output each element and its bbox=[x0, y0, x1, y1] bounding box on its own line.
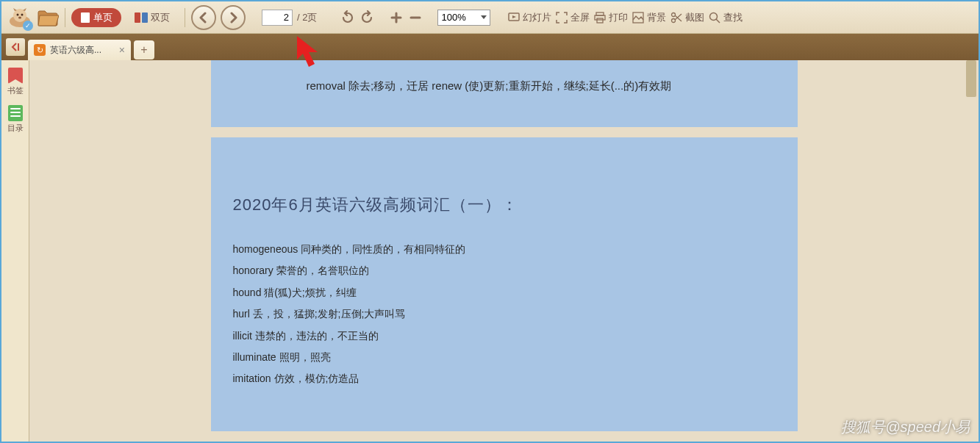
doc-icon: ↻ bbox=[34, 44, 46, 56]
svg-point-14 bbox=[672, 18, 676, 22]
vocab-item: imitation 仿效，模仿;仿造品 bbox=[233, 368, 776, 389]
svg-point-3 bbox=[21, 13, 24, 15]
vocab-item: homogeneous 同种类的，同性质的，有相同特征的 bbox=[233, 239, 776, 260]
single-page-button[interactable]: 单页 bbox=[71, 8, 121, 27]
fullscreen-button[interactable]: 全屏 bbox=[556, 11, 590, 24]
svg-point-2 bbox=[17, 13, 19, 15]
slideshow-button[interactable]: 幻灯片 bbox=[508, 11, 551, 24]
page-2: 2020年6月英语六级高频词汇（一）： homogeneous 同种类的，同性质… bbox=[211, 137, 798, 431]
open-folder-button[interactable] bbox=[37, 8, 59, 27]
sidebar-bookmark[interactable]: 书签 bbox=[5, 68, 26, 96]
vertical-scrollbar[interactable] bbox=[965, 60, 977, 440]
search-button[interactable]: 查找 bbox=[709, 11, 743, 24]
page-total-label: / 2页 bbox=[297, 11, 317, 24]
svg-point-13 bbox=[672, 12, 676, 16]
double-page-button[interactable]: 双页 bbox=[126, 8, 179, 27]
zoom-select[interactable]: 100% bbox=[437, 10, 490, 26]
main-area: 书签 目录 removal 除去;移动，迁居 renew (使)更新;重新开始，… bbox=[1, 60, 979, 442]
page-icon bbox=[80, 12, 90, 24]
svg-rect-5 bbox=[81, 12, 90, 23]
svg-rect-6 bbox=[135, 12, 140, 23]
tab-title: 英语六级高... bbox=[50, 44, 115, 57]
print-icon bbox=[594, 12, 606, 24]
divider bbox=[65, 8, 65, 27]
svg-point-4 bbox=[18, 16, 21, 18]
vocab-item: hurl 丢，投，猛掷;发射;压倒;大声叫骂 bbox=[233, 303, 776, 325]
verified-icon: ✓ bbox=[23, 21, 33, 31]
rotate-left-button[interactable] bbox=[340, 10, 355, 25]
tab-bar: ↻ 英语六级高... × + bbox=[1, 34, 979, 60]
toc-icon bbox=[8, 105, 23, 121]
app-logo: ✓ bbox=[7, 5, 32, 30]
page-number-input[interactable] bbox=[262, 10, 293, 26]
sidebar-toc[interactable]: 目录 bbox=[5, 105, 26, 134]
zoom-out-button[interactable] bbox=[408, 10, 423, 25]
zoom-in-button[interactable] bbox=[389, 10, 404, 25]
collapse-icon bbox=[10, 42, 21, 52]
vocab-list: homogeneous 同种类的，同性质的，有相同特征的 honorary 荣誉… bbox=[233, 239, 776, 390]
vocab-item: honorary 荣誉的，名誉职位的 bbox=[233, 260, 776, 281]
slideshow-icon bbox=[508, 12, 520, 24]
document-viewport[interactable]: removal 除去;移动，迁居 renew (使)更新;重新开始，继续;延长(… bbox=[29, 60, 979, 442]
zoom-value: 100% bbox=[441, 12, 465, 23]
double-page-icon bbox=[135, 12, 148, 24]
arrow-left-icon bbox=[198, 12, 210, 24]
svg-rect-7 bbox=[142, 12, 148, 23]
main-toolbar: ✓ 单页 双页 / 2页 100% 幻灯片 全屏 打印 bbox=[1, 1, 979, 34]
page1-text: removal 除去;移动，迁居 renew (使)更新;重新开始，继续;延长(… bbox=[233, 75, 776, 97]
left-sidebar: 书签 目录 bbox=[1, 60, 29, 442]
page2-title: 2020年6月英语六级高频词汇（一）： bbox=[233, 189, 776, 221]
bookmark-icon bbox=[8, 68, 23, 84]
screenshot-button[interactable]: 截图 bbox=[670, 11, 704, 24]
background-button[interactable]: 背景 bbox=[632, 11, 666, 24]
single-page-label: 单页 bbox=[93, 11, 112, 24]
rotate-right-button[interactable] bbox=[360, 10, 374, 25]
vocab-item: illuminate 照明，照亮 bbox=[233, 347, 776, 368]
divider bbox=[185, 8, 185, 27]
scrollbar-thumb[interactable] bbox=[966, 60, 976, 97]
vocab-item: illicit 违禁的，违法的，不正当的 bbox=[233, 325, 776, 347]
prev-page-button[interactable] bbox=[191, 5, 216, 30]
new-tab-button[interactable]: + bbox=[134, 40, 154, 60]
vocab-item: hound 猎(狐)犬;烦扰，纠缠 bbox=[233, 282, 776, 303]
collapse-sidebar-button[interactable] bbox=[6, 38, 25, 56]
document-tab[interactable]: ↻ 英语六级高... × bbox=[28, 40, 131, 60]
watermark: 搜狐号@speed小易 bbox=[841, 417, 970, 437]
svg-rect-11 bbox=[597, 18, 603, 23]
arrow-right-icon bbox=[227, 12, 239, 24]
next-page-button[interactable] bbox=[221, 5, 246, 30]
double-page-label: 双页 bbox=[151, 11, 170, 24]
svg-rect-10 bbox=[595, 15, 605, 20]
tab-close-button[interactable]: × bbox=[119, 44, 125, 56]
page-1: removal 除去;移动，迁居 renew (使)更新;重新开始，继续;延长(… bbox=[211, 60, 798, 127]
svg-rect-16 bbox=[18, 43, 19, 51]
scissors-icon bbox=[670, 12, 682, 24]
fullscreen-icon bbox=[556, 12, 568, 24]
search-icon bbox=[709, 12, 720, 24]
chevron-down-icon bbox=[481, 15, 487, 20]
print-button[interactable]: 打印 bbox=[594, 11, 628, 24]
background-icon bbox=[632, 12, 644, 24]
